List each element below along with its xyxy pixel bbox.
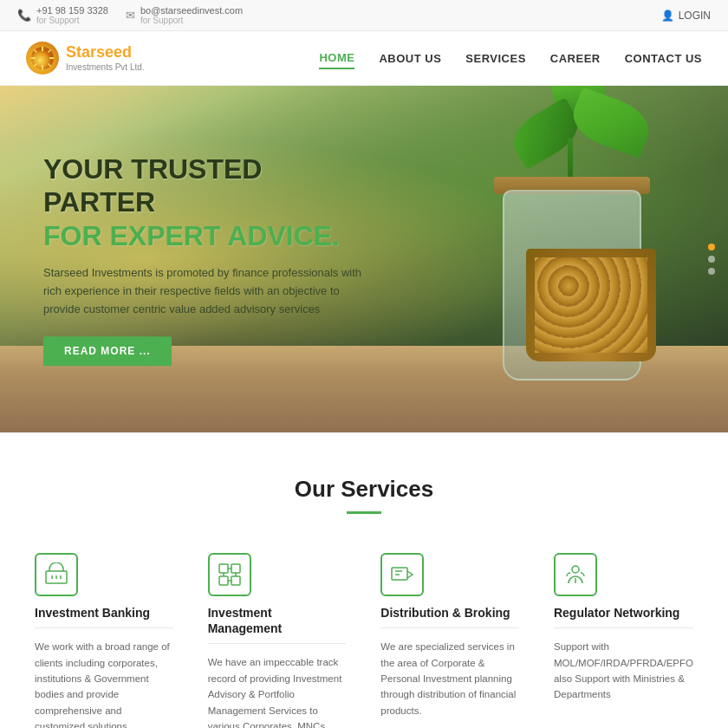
svg-rect-14 [231,564,240,573]
nav-about[interactable]: ABOUT US [379,49,441,68]
svg-rect-16 [231,576,240,585]
service-icon-distribution [380,553,424,596]
service-icon-management [208,553,251,596]
nav-home[interactable]: HOME [319,48,354,69]
header: Starseed Investments Pvt Ltd. HOME ABOUT… [0,31,728,86]
service-divider-3 [380,627,519,628]
jar-body [503,190,641,380]
service-desc-networking: Support with MOL/MOF/IRDA/PFRDA/EPFO als… [554,639,693,703]
service-divider-4 [554,627,693,628]
slider-dots [708,244,715,275]
service-card-banking: Investment Banking We work with a broad … [26,544,182,728]
email-icon: ✉ [126,9,135,22]
service-card-networking: Regulator Networking Support with MOL/MO… [545,544,702,728]
login-label: LOGIN [679,10,711,22]
logo[interactable]: Starseed Investments Pvt Ltd. [26,42,145,75]
login-button[interactable]: 👤 LOGIN [661,10,711,22]
user-icon: 👤 [661,10,674,22]
nav-services[interactable]: SERVICES [465,49,526,68]
hero-section: YOUR TRUSTED PARTER FOR EXPERT ADVICE. S… [0,86,728,432]
logo-name: Starseed [66,43,145,62]
service-name-banking: Investment Banking [35,605,173,621]
top-bar-left: 📞 +91 98 159 3328 for Support ✉ bo@stars… [17,5,243,25]
service-card-management: Investment Management We have an impecca… [199,544,355,728]
hero-content: YOUR TRUSTED PARTER FOR EXPERT ADVICE. S… [43,153,373,366]
hero-title-line2: FOR EXPERT ADVICE. [43,219,373,252]
svg-rect-15 [219,576,228,585]
service-icon-networking [554,553,597,596]
services-section: Our Services Investment Banking We work … [0,432,728,728]
jar-coins [526,249,656,361]
email-item: ✉ bo@starseedinvest.com for Support [126,5,243,25]
phone-number: +91 98 159 3328 [36,5,108,16]
main-nav: HOME ABOUT US SERVICES CAREER CONTACT US [319,48,702,69]
slider-dot-1[interactable] [708,244,715,250]
service-desc-management: We have an impeccable track record of pr… [208,654,347,728]
nav-career[interactable]: CAREER [550,49,601,68]
email-info: bo@starseedinvest.com for Support [140,5,243,25]
service-divider-1 [35,627,173,628]
slider-dot-3[interactable] [708,268,715,275]
hero-cta-button[interactable]: READ MORE ... [43,336,172,366]
top-bar: 📞 +91 98 159 3328 for Support ✉ bo@stars… [0,0,728,31]
email-label: for Support [140,16,243,25]
logo-text: Starseed Investments Pvt Ltd. [66,43,145,73]
service-divider-2 [208,643,347,644]
svg-rect-21 [392,568,407,580]
hero-description: Starseed Investments is promoted by fina… [43,264,373,318]
services-underline [347,511,381,514]
phone-icon: 📞 [17,9,31,22]
hero-jar [485,138,659,380]
svg-rect-13 [219,564,228,573]
logo-sub: Investments Pvt Ltd. [66,62,145,73]
slider-dot-2[interactable] [708,256,715,263]
service-icon-banking [35,553,78,596]
service-desc-banking: We work with a broad range of clients in… [35,639,173,728]
nav-contact[interactable]: CONTACT US [625,49,702,68]
email-address: bo@starseedinvest.com [140,5,243,16]
svg-point-24 [572,566,579,573]
service-name-management: Investment Management [208,605,347,636]
logo-icon [26,42,59,75]
service-card-distribution: Distribution & Broking We are specialize… [372,544,528,728]
services-title: Our Services [26,476,702,503]
phone-info: +91 98 159 3328 for Support [36,5,108,25]
service-name-distribution: Distribution & Broking [380,605,519,621]
service-desc-distribution: We are specialized services in the area … [380,639,519,718]
hero-title-line1: YOUR TRUSTED PARTER [43,153,373,219]
phone-item: 📞 +91 98 159 3328 for Support [17,5,108,25]
services-grid: Investment Banking We work with a broad … [26,544,702,728]
phone-label: for Support [36,16,108,25]
service-name-networking: Regulator Networking [554,605,693,621]
